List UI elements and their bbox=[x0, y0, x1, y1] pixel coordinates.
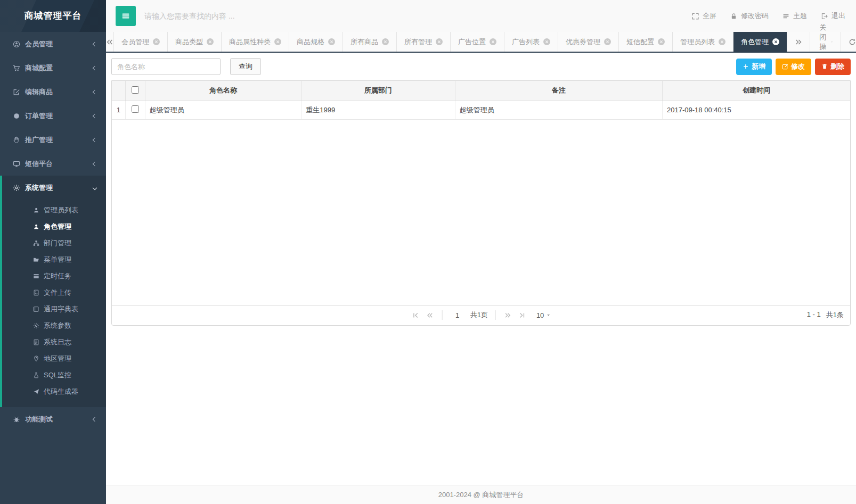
theme-button[interactable]: 主题 bbox=[782, 11, 807, 21]
sidebar-subitem-region-management[interactable]: 地区管理 bbox=[2, 350, 106, 367]
last-page-button[interactable] bbox=[518, 311, 527, 320]
row-number-header bbox=[112, 81, 125, 101]
refresh-tab-button[interactable]: 刷新 bbox=[841, 32, 856, 52]
tab-close-icon[interactable] bbox=[658, 38, 665, 45]
tab-role-management[interactable]: 角色管理 bbox=[733, 32, 787, 52]
logout-button[interactable]: 退出 bbox=[821, 11, 845, 21]
table-row[interactable]: 1 超级管理员 重生1999 超级管理员 2017-09-18 00:40:15 bbox=[112, 101, 850, 119]
lock-icon bbox=[730, 13, 737, 20]
sidebar-nav: 会员管理 商城配置 编辑商品 订单管理 推广管理 bbox=[0, 32, 106, 431]
tab-ad-list[interactable]: 广告列表 bbox=[504, 32, 558, 52]
tab-member-management[interactable]: 会员管理 bbox=[114, 32, 168, 52]
record-range-label: 1 - 1 bbox=[807, 310, 821, 320]
sidebar-item-label: 商城配置 bbox=[25, 63, 93, 73]
col-header-department: 所属部门 bbox=[301, 81, 455, 101]
row-number-cell: 1 bbox=[112, 101, 125, 119]
user-icon bbox=[33, 224, 39, 230]
role-name-input[interactable] bbox=[111, 58, 221, 75]
tab-close-icon[interactable] bbox=[719, 38, 725, 45]
sidebar-subitem-scheduled-tasks[interactable]: 定时任务 bbox=[2, 268, 106, 284]
sidebar-item-mall-config[interactable]: 商城配置 bbox=[0, 56, 106, 80]
cart-icon bbox=[13, 64, 20, 72]
main-area: 全屏 修改密码 主题 退出 bbox=[106, 0, 856, 504]
next-page-button[interactable] bbox=[503, 311, 512, 320]
tab-close-icon[interactable] bbox=[153, 38, 160, 45]
sidebar-item-system-management[interactable]: 系统管理 bbox=[2, 176, 106, 200]
topbar-actions: 全屏 修改密码 主题 退出 bbox=[692, 11, 845, 21]
double-angle-right-icon bbox=[795, 38, 802, 46]
trash-icon bbox=[821, 63, 828, 70]
prev-page-button[interactable] bbox=[426, 311, 435, 320]
tab-sms-config[interactable]: 短信配置 bbox=[619, 32, 673, 52]
roles-table: 角色名称 所属部门 备注 创建时间 1 超级管理员 bbox=[112, 81, 850, 120]
caret-down-icon bbox=[545, 312, 551, 318]
roles-grid: 角色名称 所属部门 备注 创建时间 1 超级管理员 bbox=[111, 80, 851, 326]
sidebar-subitem-common-dictionary[interactable]: 通用字典表 bbox=[2, 301, 106, 317]
tab-close-icon[interactable] bbox=[274, 38, 281, 45]
tab-ad-position[interactable]: 广告位置 bbox=[451, 32, 504, 52]
double-angle-left-icon bbox=[106, 38, 113, 46]
global-search-input[interactable] bbox=[144, 12, 325, 20]
sidebar-item-order-management[interactable]: 订单管理 bbox=[0, 104, 106, 128]
sidebar-subitem-admin-list[interactable]: 管理员列表 bbox=[2, 202, 106, 218]
tab-close-icon[interactable] bbox=[490, 38, 496, 45]
sidebar-item-promotion-management[interactable]: 推广管理 bbox=[0, 128, 106, 152]
edit-button[interactable]: 修改 bbox=[776, 59, 811, 75]
sidebar-item-edit-goods[interactable]: 编辑商品 bbox=[0, 80, 106, 104]
tab-product-type[interactable]: 商品类型 bbox=[168, 32, 222, 52]
sidebar-subitem-system-params[interactable]: 系统参数 bbox=[2, 317, 106, 334]
file-text-icon bbox=[33, 339, 39, 345]
hand-icon bbox=[13, 136, 20, 144]
delete-button[interactable]: 删除 bbox=[815, 59, 851, 75]
sidebar-subitem-role-management[interactable]: 角色管理 bbox=[2, 218, 106, 235]
last-page-icon bbox=[519, 312, 526, 319]
menu-toggle-button[interactable] bbox=[116, 6, 136, 26]
sidebar-item-function-test[interactable]: 功能测试 bbox=[0, 407, 106, 431]
app-title: 商城管理平台 bbox=[0, 0, 106, 32]
sidebar-subitem-menu-management[interactable]: 菜单管理 bbox=[2, 251, 106, 268]
tab-close-icon[interactable] bbox=[436, 38, 443, 45]
tabs-scroll-left-button[interactable] bbox=[106, 32, 114, 52]
orders-icon bbox=[13, 112, 20, 120]
created-at-cell: 2017-09-18 00:40:15 bbox=[663, 101, 850, 119]
close-operations-dropdown[interactable]: 关闭操作 bbox=[810, 32, 841, 52]
tab-close-icon[interactable] bbox=[772, 38, 779, 45]
department-cell: 重生1999 bbox=[301, 101, 455, 119]
folder-icon bbox=[33, 257, 39, 263]
first-page-button[interactable] bbox=[411, 311, 420, 320]
change-password-button[interactable]: 修改密码 bbox=[730, 11, 769, 21]
tab-coupon-management[interactable]: 优惠券管理 bbox=[558, 32, 619, 52]
tab-close-icon[interactable] bbox=[207, 38, 214, 45]
tabs-scroll-right-button[interactable] bbox=[787, 32, 810, 52]
fullscreen-button[interactable]: 全屏 bbox=[692, 11, 716, 21]
tab-close-icon[interactable] bbox=[328, 38, 335, 45]
page-size-select[interactable]: 10 bbox=[536, 311, 551, 319]
sidebar-subitem-department-management[interactable]: 部门管理 bbox=[2, 235, 106, 251]
plus-icon bbox=[743, 63, 749, 70]
tab-close-icon[interactable] bbox=[382, 38, 389, 45]
sidebar-subitem-sql-monitor[interactable]: SQL监控 bbox=[2, 367, 106, 383]
current-page-input[interactable]: 1 bbox=[450, 311, 465, 319]
query-button[interactable]: 查询 bbox=[230, 58, 261, 75]
tab-close-icon[interactable] bbox=[604, 38, 611, 45]
tab-all-products[interactable]: 所有商品 bbox=[343, 32, 397, 52]
grid-empty-space bbox=[112, 120, 850, 305]
list-rows-icon bbox=[33, 273, 39, 279]
sidebar-item-member-management[interactable]: 会员管理 bbox=[0, 32, 106, 56]
tab-all-management[interactable]: 所有管理 bbox=[397, 32, 451, 52]
tab-product-attribute-category[interactable]: 商品属性种类 bbox=[222, 32, 289, 52]
add-button[interactable]: 新增 bbox=[736, 59, 772, 75]
chevron-left-icon bbox=[93, 137, 97, 142]
sidebar-subitem-system-log[interactable]: 系统日志 bbox=[2, 334, 106, 350]
sidebar-subitem-file-upload[interactable]: 文件上传 bbox=[2, 284, 106, 301]
theme-list-icon bbox=[782, 13, 789, 20]
sidebar-item-sms-platform[interactable]: 短信平台 bbox=[0, 152, 106, 176]
sidebar-subitem-code-generator[interactable]: 代码生成器 bbox=[2, 383, 106, 400]
tab-close-icon[interactable] bbox=[543, 38, 550, 45]
tab-tools: 关闭操作 刷新 bbox=[787, 32, 856, 52]
select-all-checkbox[interactable] bbox=[132, 86, 139, 94]
row-checkbox[interactable] bbox=[132, 105, 139, 113]
tab-product-spec[interactable]: 商品规格 bbox=[289, 32, 343, 52]
tab-admin-list[interactable]: 管理员列表 bbox=[673, 32, 733, 52]
app-root: 商城管理平台 会员管理 商城配置 编辑商品 订单管理 bbox=[0, 0, 856, 504]
